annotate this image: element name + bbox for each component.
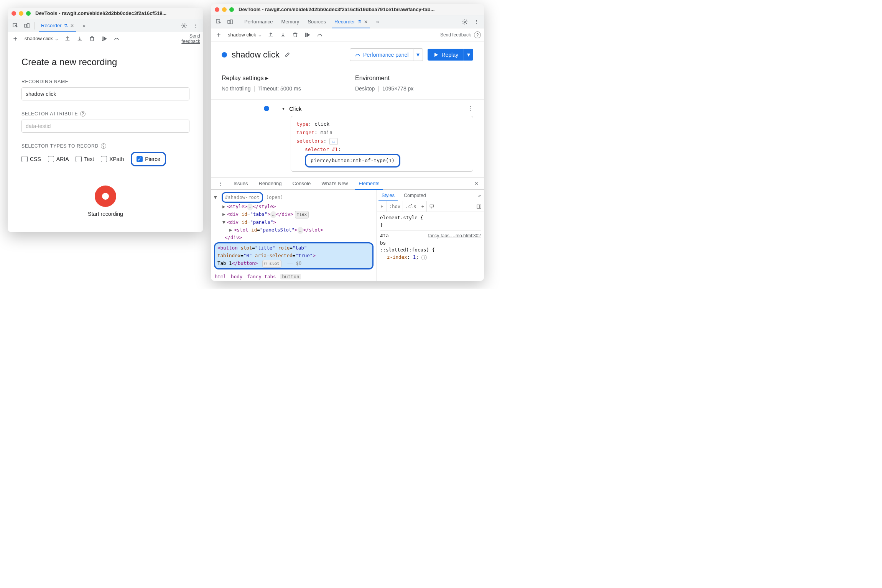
send-feedback-link[interactable]: Send feedback [440, 32, 471, 38]
tab-recorder[interactable]: Recorder ⚗ ✕ [331, 15, 371, 28]
source-link[interactable]: fancy-tabs-…mo.html:302 [428, 232, 481, 239]
checkbox-icon[interactable] [48, 156, 54, 162]
performance-panel-button[interactable]: Performance panel [350, 48, 413, 61]
flex-badge[interactable]: flex [295, 211, 309, 218]
minimize-window-icon[interactable] [222, 7, 227, 12]
new-rule-icon[interactable]: + [419, 201, 427, 212]
drawer-tab-elements[interactable]: Elements [353, 177, 385, 190]
checkbox-aria[interactable]: ARIA [48, 156, 69, 162]
start-recording-button[interactable]: Start recording [21, 186, 189, 217]
more-tabs-icon[interactable]: » [372, 16, 383, 27]
device-toggle-icon[interactable] [225, 16, 235, 27]
crumb-fancy-tabs[interactable]: fancy-tabs [247, 274, 276, 279]
checkbox-icon-checked[interactable]: ✓ [137, 156, 143, 162]
close-window-icon[interactable] [12, 11, 16, 16]
toggle-sidebar-icon[interactable] [474, 204, 484, 209]
record-icon[interactable] [95, 186, 116, 207]
svg-rect-10 [430, 205, 433, 207]
slot-badge[interactable]: ⬚ slot [262, 260, 281, 268]
selector-attribute-input[interactable] [21, 120, 189, 133]
recording-name-input[interactable] [21, 87, 189, 100]
maximize-window-icon[interactable] [26, 11, 31, 16]
more-tabs-icon[interactable]: » [79, 20, 89, 31]
drawer-tab-console[interactable]: Console [287, 177, 316, 190]
new-recording-icon[interactable] [214, 30, 223, 39]
styles-rules[interactable]: element.style { } fancy-tabs-…mo.html:30… [377, 212, 484, 263]
recording-selector[interactable]: shadow click ⌵ [226, 31, 263, 38]
tab-performance[interactable]: Performance [240, 15, 276, 28]
checkbox-css[interactable]: CSS [21, 156, 41, 162]
inspect-icon[interactable] [10, 20, 21, 31]
export-icon[interactable] [63, 34, 72, 43]
help-icon[interactable]: ? [101, 143, 106, 149]
export-icon[interactable] [266, 30, 275, 39]
step-play-icon[interactable] [303, 30, 312, 39]
tab-recorder[interactable]: Recorder ⚗ ✕ [37, 19, 78, 32]
checkbox-icon[interactable] [76, 156, 82, 162]
styles-pane: Styles Computed » F :hov .cls + [377, 190, 484, 281]
help-icon[interactable]: ? [80, 111, 86, 117]
close-drawer-icon[interactable]: ✕ [471, 181, 482, 186]
delete-icon[interactable] [291, 30, 300, 39]
recording-title: shadow click [232, 50, 280, 60]
device-value: Desktop [355, 85, 375, 92]
checkbox-icon[interactable] [101, 156, 107, 162]
step-options-icon[interactable]: ⋮ [467, 105, 473, 112]
performance-panel-dropdown[interactable]: ▾ [413, 48, 423, 61]
styles-tab-styles[interactable]: Styles [377, 190, 399, 201]
close-tab-icon[interactable]: ✕ [70, 23, 74, 28]
elements-dom-tree[interactable]: ▼ #shadow-root (open) ▶<style>…</style> … [211, 190, 377, 271]
styles-tab-computed[interactable]: Computed [399, 190, 431, 201]
speed-icon[interactable] [315, 30, 324, 39]
import-icon[interactable] [278, 30, 288, 39]
element-picker-icon[interactable]: ⬚ [329, 138, 338, 145]
checkbox-pierce[interactable]: ✓ Pierce [137, 156, 160, 162]
new-recording-icon[interactable] [11, 34, 20, 43]
inspect-icon[interactable] [213, 16, 224, 27]
delete-icon[interactable] [87, 34, 97, 43]
svg-rect-2 [27, 23, 29, 28]
tab-memory[interactable]: Memory [277, 15, 303, 28]
paint-icon[interactable] [427, 201, 437, 212]
kebab-menu-icon[interactable]: ⋮ [471, 16, 482, 27]
import-icon[interactable] [75, 34, 84, 43]
drawer-tab-issues[interactable]: Issues [228, 177, 253, 190]
step-play-icon[interactable] [100, 34, 109, 43]
replay-button[interactable]: Replay [428, 49, 464, 61]
svg-rect-6 [228, 20, 230, 23]
kebab-menu-icon[interactable]: ⋮ [212, 177, 228, 190]
replay-dropdown[interactable]: ▾ [464, 49, 473, 61]
edit-icon[interactable] [284, 52, 290, 58]
step-name: Click [289, 105, 302, 112]
device-toggle-icon[interactable] [21, 20, 32, 31]
step-dot-icon [264, 106, 269, 111]
filter-input[interactable]: F [377, 201, 387, 212]
settings-gear-icon[interactable] [459, 16, 470, 27]
chevron-down-icon: ⌵ [55, 36, 58, 41]
drawer-tab-whatsnew[interactable]: What's New [316, 177, 353, 190]
close-window-icon[interactable] [215, 7, 219, 12]
help-icon[interactable]: ? [474, 31, 481, 38]
cls-button[interactable]: .cls [403, 201, 419, 212]
replay-settings-header[interactable]: Replay settings ▸ [222, 74, 340, 82]
speed-icon[interactable] [112, 34, 121, 43]
disclosure-triangle-icon[interactable]: ▼ [281, 107, 285, 111]
tab-sources[interactable]: Sources [304, 15, 330, 28]
info-icon[interactable]: i [421, 255, 427, 260]
close-tab-icon[interactable]: ✕ [364, 19, 368, 25]
recording-selector[interactable]: shadow click ⌵ [23, 35, 60, 42]
drawer-tab-rendering[interactable]: Rendering [253, 177, 287, 190]
maximize-window-icon[interactable] [229, 7, 234, 12]
checkbox-icon[interactable] [21, 156, 28, 162]
crumb-html[interactable]: html [215, 274, 226, 279]
settings-gear-icon[interactable] [179, 20, 189, 31]
crumb-body[interactable]: body [231, 274, 242, 279]
crumb-button[interactable]: button [280, 274, 301, 279]
checkbox-xpath[interactable]: XPath [101, 156, 124, 162]
minimize-window-icon[interactable] [19, 11, 23, 16]
hov-button[interactable]: :hov [387, 201, 403, 212]
more-tabs-icon[interactable]: » [475, 193, 484, 198]
kebab-menu-icon[interactable]: ⋮ [190, 20, 201, 31]
send-feedback-link[interactable]: Send feedback [181, 33, 200, 44]
checkbox-text[interactable]: Text [76, 156, 94, 162]
